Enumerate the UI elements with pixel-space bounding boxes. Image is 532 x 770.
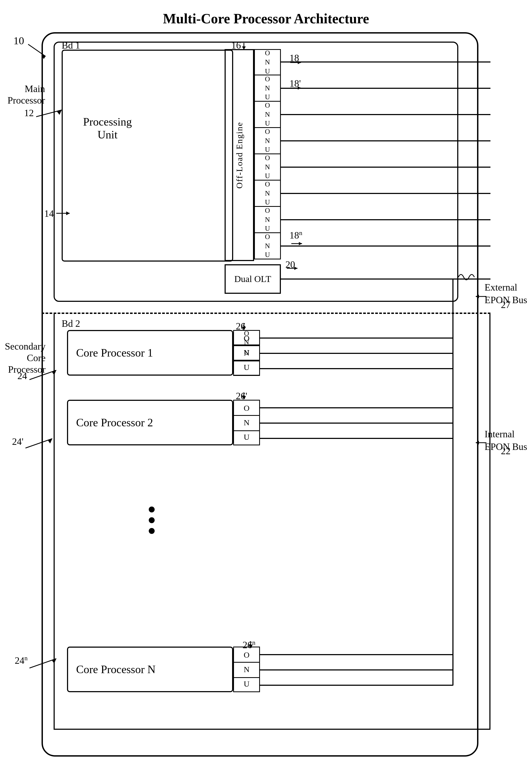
core-processor-1-label: Core Processor 1	[76, 346, 153, 359]
core2-onu-box: ONU	[233, 400, 260, 445]
label-24n: 24n	[15, 655, 28, 666]
label-14: 14	[44, 208, 54, 219]
internal-bus-vertical	[452, 313, 453, 686]
svg-marker-25	[242, 396, 246, 399]
core-processor-2-box: Core Processor 2	[67, 400, 233, 445]
ext-line-4	[281, 140, 490, 141]
core2-line-3	[260, 438, 453, 439]
svg-marker-15	[294, 267, 297, 270]
coren-line-2	[260, 669, 453, 671]
core1-line-2	[260, 353, 453, 354]
processing-unit-label: Processing Unit	[83, 115, 132, 141]
arrow-26n-icon	[243, 640, 259, 649]
core1-onu-line1	[233, 345, 260, 346]
svg-marker-7	[242, 46, 246, 50]
ext-line-7	[281, 219, 490, 220]
ext-line-3	[281, 114, 490, 115]
arrow-24n-icon	[28, 656, 63, 671]
onu-box-7: ONU	[254, 207, 281, 233]
arrow-24-icon	[28, 368, 63, 382]
ext-line-8	[281, 246, 490, 247]
dashed-separator	[42, 313, 490, 314]
onu-box-3: ONU	[254, 102, 281, 128]
arrow-18-icon	[289, 58, 305, 66]
page-title: Multi-Core Processor Architecture	[0, 11, 532, 27]
core2-line-1	[260, 407, 453, 408]
offload-engine-box: Off-Load Engine	[225, 49, 254, 261]
core-processor-2-label: Core Processor 2	[76, 416, 153, 429]
core2-line-2	[260, 423, 453, 424]
core2-onu-line2	[233, 430, 260, 431]
arrow-16-icon	[240, 42, 248, 51]
onu-box-5: ONU	[254, 154, 281, 180]
svg-marker-13	[299, 242, 302, 245]
onu-box-1: ONU	[254, 49, 281, 75]
dual-olt-label: Dual OLT	[234, 274, 271, 285]
svg-marker-31	[476, 441, 479, 445]
label-16: 16	[231, 40, 241, 51]
ext-line-5	[281, 166, 490, 168]
label-24p: 24'	[12, 436, 24, 447]
svg-marker-17	[52, 370, 56, 375]
arrow-24p-icon	[24, 436, 59, 451]
ellipsis-dots	[149, 502, 155, 539]
core-processor-1-box: Core Processor 1	[67, 330, 233, 376]
svg-marker-19	[48, 439, 52, 443]
arrow-22-icon	[473, 437, 488, 447]
arrow-26p-icon	[236, 391, 252, 401]
core1-onu-line2	[233, 361, 260, 361]
core1-line-1	[260, 338, 453, 339]
coren-onu-box: ONU	[233, 647, 260, 692]
label-12: 12	[24, 107, 34, 118]
label-27: 27	[501, 299, 511, 310]
core1-line-3	[260, 368, 453, 369]
offload-engine-label: Off-Load Engine	[233, 122, 245, 188]
label-18n: 18n	[289, 230, 302, 241]
board2-bottom-border	[54, 729, 490, 730]
coren-line-1	[260, 654, 453, 655]
arrow-27-icon	[473, 291, 488, 301]
svg-marker-29	[476, 295, 479, 298]
label-10: 10	[13, 34, 24, 47]
squiggle-external-icon	[456, 271, 477, 284]
label-24: 24	[17, 370, 27, 382]
core-processor-n-box: Core Processor N	[67, 647, 233, 692]
onu-box-2: ONU	[254, 75, 281, 102]
svg-marker-27	[248, 645, 253, 648]
svg-marker-21	[52, 659, 56, 664]
onu-box-4: ONU	[254, 128, 281, 154]
ext-line-1	[281, 61, 490, 62]
svg-marker-23	[242, 327, 246, 330]
onu-box-6: ONU	[254, 180, 281, 207]
label-bd2: Bd 2	[62, 318, 80, 329]
onu-box-8: ONU	[254, 233, 281, 260]
coren-onu-line2	[233, 677, 260, 678]
coren-onu-line1	[233, 662, 260, 663]
dual-olt-box: Dual OLT	[225, 264, 281, 294]
board2-right-border	[489, 313, 490, 730]
processing-unit-box	[62, 50, 233, 262]
arrow-26-icon	[236, 322, 252, 331]
core1-onu-box: ONU	[233, 330, 260, 376]
core-processor-n-label: Core Processor N	[76, 663, 155, 676]
ext-line-6	[281, 193, 490, 194]
ext-line-2	[281, 88, 490, 89]
coren-line-3	[260, 685, 453, 686]
label-22: 22	[501, 445, 511, 457]
core2-onu-line1	[233, 415, 260, 416]
arrow-20-icon	[285, 264, 302, 272]
label-main-processor: Main Processor	[5, 83, 45, 106]
